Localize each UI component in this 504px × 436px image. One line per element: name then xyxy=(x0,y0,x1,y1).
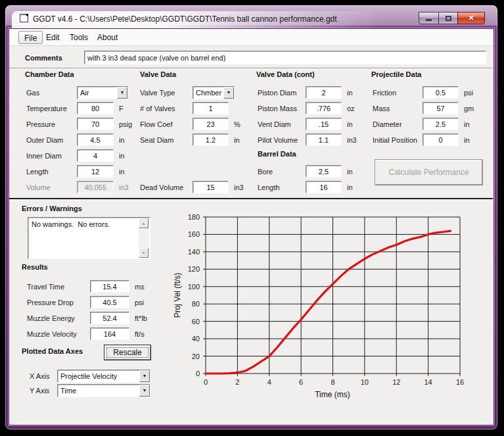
svg-text:16: 16 xyxy=(456,378,464,386)
window-title: GGDT v4.6 - C:\Users\Pete\Desktop\GGDT\G… xyxy=(33,14,337,24)
mass-input[interactable] xyxy=(423,102,459,114)
performance-chart: 0246810121416020406080100120140160180Tim… xyxy=(171,206,486,403)
initial-position-input[interactable] xyxy=(423,133,459,146)
field-x-axis: X Axis Projectile Velocity ▼ xyxy=(30,370,150,382)
svg-text:12: 12 xyxy=(392,378,400,386)
svg-text:2: 2 xyxy=(235,378,239,386)
scroll-down-icon[interactable]: ▼ xyxy=(139,248,149,258)
friction-input[interactable] xyxy=(423,86,459,99)
chevron-down-icon[interactable]: ▼ xyxy=(117,87,127,99)
field-muzzle-energy: Muzzle Energy ft*lb xyxy=(27,312,147,324)
menu-about[interactable]: About xyxy=(92,31,123,44)
field-y-axis: Y Axis Time ▼ xyxy=(30,384,150,397)
field-valve-type: Valve Type Chmber Seal ▼ xyxy=(140,86,235,99)
valve-data-header: Valve Data xyxy=(140,70,176,78)
field-friction: Friction psi xyxy=(373,86,473,99)
menu-tools[interactable]: Tools xyxy=(64,31,93,44)
projectile-data-header: Projectile Data xyxy=(371,70,421,78)
chamber-length-input[interactable] xyxy=(77,165,114,178)
minimize-icon xyxy=(426,19,432,21)
gas-select[interactable]: Air ▼ xyxy=(77,86,128,99)
diameter-input[interactable] xyxy=(423,118,459,130)
svg-text:40: 40 xyxy=(192,335,200,343)
inner-diam-input[interactable] xyxy=(77,149,114,162)
close-button[interactable]: ✕ xyxy=(457,12,485,24)
field-diameter: Diameter in xyxy=(373,118,470,130)
field-travel-time: Travel Time ms xyxy=(27,280,145,293)
svg-text:140: 140 xyxy=(188,248,200,256)
piston-diam-input[interactable] xyxy=(306,86,342,99)
chevron-down-icon[interactable]: ▼ xyxy=(223,87,234,99)
field-muzzle-velocity: Muzzle Velocity ft/s xyxy=(27,327,145,340)
num-valves-input[interactable] xyxy=(193,102,229,114)
valve-data-cont-header: Valve Data (cont) xyxy=(256,70,315,78)
comments-label: Comments xyxy=(25,54,62,62)
app-icon xyxy=(20,14,28,22)
temperature-input[interactable] xyxy=(77,102,114,114)
field-barrel-length: Length in xyxy=(258,181,353,193)
results-header: Results xyxy=(22,263,48,271)
pressure-input[interactable] xyxy=(77,118,114,130)
svg-text:Proj Vel (ft/s): Proj Vel (ft/s) xyxy=(173,273,182,318)
dead-volume-input[interactable] xyxy=(193,181,229,193)
muzzle-energy-output xyxy=(90,312,129,324)
valve-type-select[interactable]: Chmber Seal ▼ xyxy=(193,86,235,99)
field-pressure: Pressure psig xyxy=(26,118,132,130)
svg-text:100: 100 xyxy=(188,283,200,291)
piston-mass-input[interactable] xyxy=(306,102,342,114)
field-vent-diam: Vent Diam in xyxy=(258,118,353,130)
field-seat-diam: Seat Diam in xyxy=(140,133,240,146)
travel-time-output xyxy=(90,280,129,293)
svg-text:60: 60 xyxy=(192,318,200,326)
field-inner-diam: Inner Diam in xyxy=(26,149,125,162)
barrel-data-header: Barrel Data xyxy=(258,150,296,158)
menu-edit[interactable]: Edit xyxy=(41,31,65,44)
svg-text:6: 6 xyxy=(299,378,303,386)
scroll-up-icon[interactable]: ▲ xyxy=(139,218,149,228)
vent-diam-input[interactable] xyxy=(306,118,342,130)
field-dead-volume: Dead Volume in3 xyxy=(140,181,244,193)
scrollbar[interactable]: ▲ ▼ xyxy=(139,218,149,258)
bore-input[interactable] xyxy=(306,165,342,178)
pressure-drop-output xyxy=(90,296,129,308)
field-outer-diam: Outer Diam in xyxy=(26,133,125,146)
field-pressure-drop: Pressure Drop psi xyxy=(27,296,144,308)
field-mass: Mass gm xyxy=(373,102,474,114)
field-pilot-volume: Pilot Volume in3 xyxy=(258,133,357,146)
svg-text:0: 0 xyxy=(204,378,208,386)
close-icon: ✕ xyxy=(468,14,474,22)
menu-file[interactable]: File xyxy=(18,31,43,44)
svg-text:20: 20 xyxy=(192,352,200,360)
pilot-volume-input[interactable] xyxy=(306,133,342,146)
maximize-button[interactable] xyxy=(438,12,458,24)
svg-text:10: 10 xyxy=(361,378,369,386)
field-chamber-length: Length in xyxy=(26,165,125,178)
chamber-data-header: Chamber Data xyxy=(25,70,74,78)
field-volume: Volume in3 xyxy=(26,181,129,193)
svg-text:14: 14 xyxy=(424,378,432,386)
seat-diam-input[interactable] xyxy=(193,133,229,146)
x-axis-select[interactable]: Projectile Velocity ▼ xyxy=(57,370,150,383)
flow-coef-input[interactable] xyxy=(193,118,229,130)
minimize-button[interactable] xyxy=(419,12,439,24)
svg-text:180: 180 xyxy=(188,213,200,221)
rescale-button[interactable]: Rescale xyxy=(104,345,151,360)
calculate-performance-button[interactable]: Calculate Performance xyxy=(375,159,483,185)
chevron-down-icon[interactable]: ▼ xyxy=(139,370,150,382)
chevron-down-icon[interactable]: ▼ xyxy=(139,385,150,397)
field-gas: Gas Air ▼ xyxy=(26,86,128,99)
field-num-valves: # of Valves xyxy=(140,102,229,114)
comments-input[interactable] xyxy=(84,51,486,64)
y-axis-select[interactable]: Time ▼ xyxy=(57,384,150,397)
errors-textarea[interactable]: No warnings. No errors. ▲ ▼ xyxy=(28,217,150,259)
svg-text:80: 80 xyxy=(192,300,200,308)
svg-text:8: 8 xyxy=(331,378,334,386)
field-piston-mass: Piston Mass oz xyxy=(258,102,355,114)
muzzle-velocity-output xyxy=(90,327,129,340)
field-initial-position: Initial Position in xyxy=(373,133,470,146)
field-piston-diam: Piston Diam in xyxy=(258,86,353,99)
svg-text:160: 160 xyxy=(188,230,200,238)
outer-diam-input[interactable] xyxy=(77,133,114,146)
barrel-length-input[interactable] xyxy=(306,181,342,193)
screen: GGDT v4.6 - C:\Users\Pete\Desktop\GGDT\G… xyxy=(0,0,504,436)
